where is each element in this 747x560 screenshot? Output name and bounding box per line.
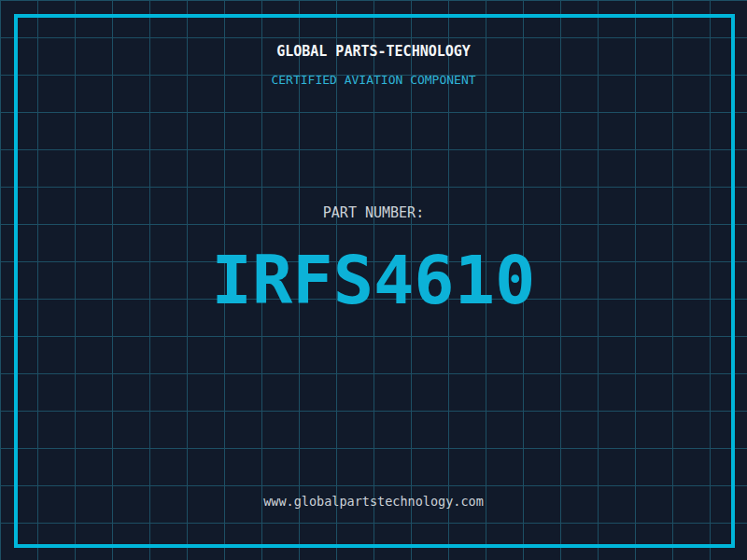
blueprint-card: GLOBAL PARTS-TECHNOLOGY CERTIFIED AVIATI…	[0, 0, 747, 560]
certification-label: CERTIFIED AVIATION COMPONENT	[0, 74, 747, 86]
part-number-label: PART NUMBER:	[0, 206, 747, 220]
website-url: www.globalpartstechnology.com	[0, 496, 747, 509]
company-name: GLOBAL PARTS-TECHNOLOGY	[0, 45, 747, 59]
part-number-value: IRFS4610	[0, 246, 747, 314]
